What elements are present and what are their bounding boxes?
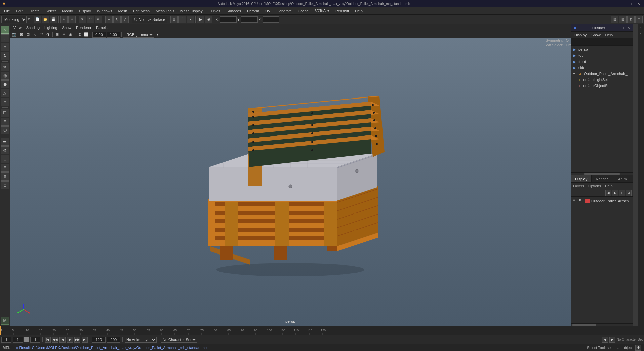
vp-menu-panels[interactable]: Panels: [94, 25, 110, 30]
outliner-hscrollbar[interactable]: [571, 172, 633, 175]
triangle-tool-lt[interactable]: △: [1, 89, 9, 97]
menu-uv[interactable]: UV: [263, 8, 273, 14]
minimize-button[interactable]: −: [620, 1, 625, 6]
vp-color-drop[interactable]: ▾: [155, 32, 161, 38]
char-set-prev-btn[interactable]: ◀: [602, 337, 608, 343]
vp-grid-btn[interactable]: ⊞: [54, 32, 60, 38]
vp-menu-shading[interactable]: Shading: [24, 25, 42, 30]
tool-settings-button[interactable]: ⚙: [627, 16, 635, 23]
vp-shaded-btn[interactable]: ◑: [45, 32, 51, 38]
scale-button[interactable]: ⤢: [121, 16, 129, 23]
ol-menu-help[interactable]: Help: [603, 33, 615, 37]
layer-settings-btn[interactable]: ⚙: [626, 190, 632, 196]
step-forward-button[interactable]: ▶▶: [74, 337, 80, 343]
vp-home-btn[interactable]: ⌂: [32, 32, 38, 38]
layer-subtab-layers[interactable]: Layers: [571, 183, 586, 189]
menu-generate[interactable]: Generate: [274, 8, 294, 14]
outliner-item-top[interactable]: ▶ top: [571, 52, 633, 58]
attr-editor-strip-btn[interactable]: A: [639, 31, 644, 35]
menu-redshift[interactable]: Redshift: [333, 8, 352, 14]
start-frame-field[interactable]: [1, 337, 11, 343]
vp-menu-lighting[interactable]: Lighting: [42, 25, 59, 30]
lasso-button[interactable]: ⬚: [87, 16, 94, 23]
play-forward-button[interactable]: ▶: [67, 337, 73, 343]
outliner-item-front[interactable]: ▶ front: [571, 58, 633, 65]
vp-near-field[interactable]: [92, 32, 106, 38]
z-input[interactable]: [263, 16, 279, 23]
goto-end-button[interactable]: ▶|: [82, 337, 88, 343]
layer-subtab-help[interactable]: Help: [603, 183, 615, 189]
transform-button[interactable]: ↔: [105, 16, 113, 23]
range-end-field[interactable]: [107, 337, 120, 343]
paint-select-button[interactable]: ✏: [95, 16, 102, 23]
maya-icon-lt[interactable]: M: [1, 317, 9, 325]
menu-select[interactable]: Select: [43, 8, 59, 14]
layer-color-swatch[interactable]: [585, 199, 590, 203]
menu-display[interactable]: Display: [76, 8, 94, 14]
3d-viewport[interactable]: persp Symmetry: Off Soft Select: Off X: [10, 38, 571, 326]
menu-mesh[interactable]: Mesh: [115, 8, 130, 14]
outliner-maximize-btn[interactable]: □: [623, 26, 626, 30]
vp-shadow-btn[interactable]: ◉: [68, 32, 74, 38]
layer-add-btn[interactable]: +: [619, 190, 625, 196]
menu-file[interactable]: File: [1, 8, 13, 14]
vp-far-field[interactable]: [107, 32, 120, 38]
grid-dot-lt[interactable]: ⊡: [1, 181, 9, 189]
rotate-tool-lt[interactable]: ↻: [1, 52, 9, 60]
current-frame-field[interactable]: [13, 337, 23, 343]
vp-wire-btn[interactable]: ⬚: [38, 32, 44, 38]
menu-mesh-tools[interactable]: Mesh Tools: [153, 8, 177, 14]
outliner-minimize-btn[interactable]: −: [620, 26, 622, 30]
layer-tab-render[interactable]: Render: [592, 175, 612, 182]
menu-edit-mesh[interactable]: Edit Mesh: [130, 8, 152, 14]
menu-surfaces[interactable]: Surfaces: [224, 8, 244, 14]
outliner-search-input[interactable]: [572, 40, 632, 44]
circle-tool-lt[interactable]: ◎: [1, 72, 9, 80]
layer-visibility-btn[interactable]: V: [573, 199, 578, 203]
layer-tab-anim[interactable]: Anim: [612, 175, 633, 182]
vp-frame-btn[interactable]: ⊡: [25, 32, 31, 38]
snap-grid-button[interactable]: ⊞: [170, 16, 178, 23]
redo-button[interactable]: ↪: [68, 16, 76, 23]
ol-menu-display[interactable]: Display: [572, 33, 589, 37]
vp-menu-renderer[interactable]: Renderer: [74, 25, 93, 30]
vp-lights-btn[interactable]: ☀: [61, 32, 67, 38]
star-tool-lt[interactable]: ✦: [1, 98, 9, 106]
outliner-item-persp[interactable]: ▶ persp: [571, 46, 633, 52]
menu-edit[interactable]: Edit: [13, 8, 25, 14]
outliner-close-btn[interactable]: ✕: [627, 26, 630, 30]
lines-tool-lt[interactable]: ☰: [1, 138, 9, 146]
rotate-button[interactable]: ↻: [113, 16, 121, 23]
gear-tool-lt[interactable]: ⚙: [1, 146, 9, 154]
x-input[interactable]: [220, 16, 237, 23]
open-scene-button[interactable]: 📂: [42, 16, 49, 23]
play-back-button[interactable]: ◀: [59, 337, 66, 343]
snap-curve-button[interactable]: ⌒: [178, 16, 186, 23]
vp-menu-view[interactable]: View: [11, 25, 24, 30]
layer-pickable-btn[interactable]: P: [579, 199, 584, 203]
menu-mesh-display[interactable]: Mesh Display: [178, 8, 205, 14]
layer-prev-btn[interactable]: ◀: [605, 190, 611, 196]
new-scene-button[interactable]: 📄: [34, 16, 41, 23]
layer-tab-display[interactable]: Display: [571, 175, 592, 182]
grid-minus-lt[interactable]: ⊟: [1, 164, 9, 172]
anim-layer-select[interactable]: No Anim Layer: [125, 337, 157, 343]
close-button[interactable]: ✕: [636, 1, 641, 6]
char-set-next-btn[interactable]: ▶: [609, 337, 615, 343]
mode-dropdown[interactable]: Modeling: [1, 16, 27, 23]
goto-start-button[interactable]: |◀: [45, 337, 51, 343]
maximize-button[interactable]: □: [628, 1, 633, 6]
layer-subtab-options[interactable]: Options: [586, 183, 603, 189]
frame-tool-lt[interactable]: ⊞: [1, 118, 9, 126]
outliner-item-objectset[interactable]: ○ defaultObjectSet: [571, 83, 633, 89]
render-button[interactable]: ▶: [197, 16, 204, 23]
move-tool-lt[interactable]: ✦: [1, 43, 9, 51]
menu-cache[interactable]: Cache: [295, 8, 311, 14]
ol-menu-show[interactable]: Show: [589, 33, 603, 37]
box-tool-lt[interactable]: ☐: [1, 109, 9, 117]
snap-point-button[interactable]: •: [187, 16, 194, 23]
select-tool-lt[interactable]: ↖: [1, 26, 9, 34]
vp-color-select[interactable]: sRGB gamma: [123, 32, 154, 38]
grid-plus-lt[interactable]: ⊞: [1, 155, 9, 163]
select-tool-button[interactable]: ↖: [79, 16, 86, 23]
